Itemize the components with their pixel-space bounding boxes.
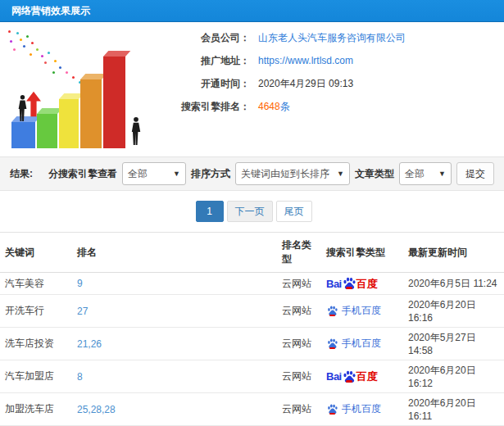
page-header: 网络营销效果展示 xyxy=(0,0,504,22)
engine-filter-value: 全部 xyxy=(128,167,148,181)
header-engine-type: 搜索引擎类型 xyxy=(321,233,403,273)
updated-cell: 2020年6月20日 16:11 xyxy=(403,393,504,426)
company-row: 会员公司： 山东老人头汽车服务咨询有限公司 xyxy=(156,32,504,44)
header-keyword: 关键词 xyxy=(0,233,72,273)
page-title: 网络营销效果展示 xyxy=(11,5,90,16)
rank-cell: 9 xyxy=(72,273,277,295)
filter-bar: 结果: 分搜索引擎查看 全部 ▼ 排序方式 关键词由短到长排序 ▼ 文章类型 全… xyxy=(0,156,504,191)
pagination: 1 下一页 尾页 xyxy=(0,201,504,222)
promo-url-link[interactable]: https://www.lrtlsd.com xyxy=(258,55,353,67)
illustration-bar-orange xyxy=(80,79,102,148)
engine-rank-label: 搜索引擎排名： xyxy=(156,101,250,113)
promo-url-row: 推广地址： https://www.lrtlsd.com xyxy=(156,55,504,67)
results-label: 结果: xyxy=(10,167,33,181)
sort-filter-select[interactable]: 关键词由短到长排序 ▼ xyxy=(235,162,350,185)
open-time-value: 2020年4月29日 09:13 xyxy=(258,78,353,90)
next-page-button[interactable]: 下一页 xyxy=(227,201,273,222)
rank-type-cell: 云网站 xyxy=(277,273,321,295)
company-link[interactable]: 山东老人头汽车服务咨询有限公司 xyxy=(258,32,406,44)
engine-filter-label: 分搜索引擎查看 xyxy=(48,167,117,181)
chevron-down-icon: ▼ xyxy=(438,170,446,178)
member-info-list: 会员公司： 山东老人头汽车服务咨询有限公司 推广地址： https://www.… xyxy=(156,22,504,156)
updated-cell: 2020年6月5日 11:24 xyxy=(403,273,504,295)
open-time-row: 开通时间： 2020年4月29日 09:13 xyxy=(156,78,504,90)
keyword-cell: 开洗车行 xyxy=(0,295,72,328)
updated-cell: 2020年6月20日 16:16 xyxy=(403,295,504,328)
baidu-mobile-logo: 手机百度 xyxy=(326,402,381,416)
submit-button[interactable]: 提交 xyxy=(456,162,494,185)
businessman-figure-right xyxy=(129,116,143,148)
chevron-down-icon: ▼ xyxy=(173,170,180,178)
table-header-row: 关键词 排名 排名类型 搜索引擎类型 最新更新时间 xyxy=(0,233,504,273)
baidu-du-mark xyxy=(346,287,352,289)
updated-cell: 2020年6月20日 16:12 xyxy=(403,360,504,393)
engine-rank-count: 4648 xyxy=(258,101,280,112)
chevron-down-icon: ▼ xyxy=(337,170,344,178)
baidu-du-mark xyxy=(329,315,335,316)
rank-cell: 25,28,28 xyxy=(72,393,277,426)
rank-cell: 8 xyxy=(72,360,277,393)
sort-filter-value: 关键词由短到长排序 xyxy=(241,167,329,181)
page-1-button[interactable]: 1 xyxy=(196,201,224,222)
member-info-section: 会员公司： 山东老人头汽车服务咨询有限公司 推广地址： https://www.… xyxy=(0,22,504,156)
rank-cell: 27 xyxy=(72,295,277,328)
engine-rank-row: 搜索引擎排名： 4648条 xyxy=(156,101,504,113)
growth-chart-illustration xyxy=(0,22,156,153)
type-filter-value: 全部 xyxy=(405,167,425,181)
illustration-bar-blue xyxy=(11,122,35,148)
header-updated: 最新更新时间 xyxy=(403,233,504,273)
table-row: 开洗车行 27 云网站 手机百度 2020年6月20日 16:16 xyxy=(0,295,504,328)
table-row: 汽车加盟店 8 云网站 Bai百度 2020年6月20日 16:12 xyxy=(0,360,504,393)
last-page-button[interactable]: 尾页 xyxy=(276,201,312,222)
keyword-cell: 加盟洗车店 xyxy=(0,393,72,426)
type-filter-label: 文章类型 xyxy=(355,167,394,181)
rank-type-cell: 云网站 xyxy=(277,295,321,328)
rank-type-cell: 云网站 xyxy=(277,328,321,360)
baidu-pc-logo: Bai百度 xyxy=(326,277,378,290)
rank-type-cell: 云网站 xyxy=(277,393,321,426)
header-rank-type: 排名类型 xyxy=(277,233,321,273)
illustration-bar-green xyxy=(37,114,57,148)
keyword-cell: 洗车店投资 xyxy=(0,328,72,360)
illustration-bar-red xyxy=(103,57,125,148)
baidu-mobile-logo: 手机百度 xyxy=(326,304,381,318)
baidu-pc-logo: Bai百度 xyxy=(326,370,378,383)
table-row: 汽车美容 9 云网站 Bai百度 2020年6月5日 11:24 xyxy=(0,273,504,295)
engine-filter-select[interactable]: 全部 ▼ xyxy=(122,162,186,185)
baidu-mobile-logo: 手机百度 xyxy=(326,337,381,351)
rank-type-cell: 云网站 xyxy=(277,360,321,393)
confetti-dots xyxy=(8,30,11,33)
type-filter-select[interactable]: 全部 ▼ xyxy=(399,162,452,185)
sort-filter-label: 排序方式 xyxy=(191,167,230,181)
businessman-figure-left xyxy=(16,94,29,124)
illustration-bar-yellow xyxy=(59,99,79,148)
baidu-du-mark xyxy=(329,347,335,349)
promo-url-label: 推广地址： xyxy=(156,55,250,67)
keyword-cell: 汽车加盟店 xyxy=(0,360,72,393)
rank-cell: 21,26 xyxy=(72,328,277,360)
baidu-du-mark xyxy=(329,413,335,415)
baidu-du-mark xyxy=(346,380,352,383)
company-label: 会员公司： xyxy=(156,32,250,44)
keyword-cell: 汽车美容 xyxy=(0,273,72,295)
keyword-rank-table: 关键词 排名 排名类型 搜索引擎类型 最新更新时间 汽车美容 9 云网站 Bai… xyxy=(0,232,504,426)
table-row: 加盟洗车店 25,28,28 云网站 手机百度 2020年6月20日 16:11 xyxy=(0,393,504,426)
filter-controls: 分搜索引擎查看 全部 ▼ 排序方式 关键词由短到长排序 ▼ 文章类型 全部 ▼ … xyxy=(48,162,494,185)
updated-cell: 2020年5月27日 14:58 xyxy=(403,328,504,360)
table-row: 洗车店投资 21,26 云网站 手机百度 2020年5月27日 14:58 xyxy=(0,328,504,360)
open-time-label: 开通时间： xyxy=(156,78,250,90)
engine-rank-unit: 条 xyxy=(280,101,290,112)
header-rank: 排名 xyxy=(72,233,277,273)
